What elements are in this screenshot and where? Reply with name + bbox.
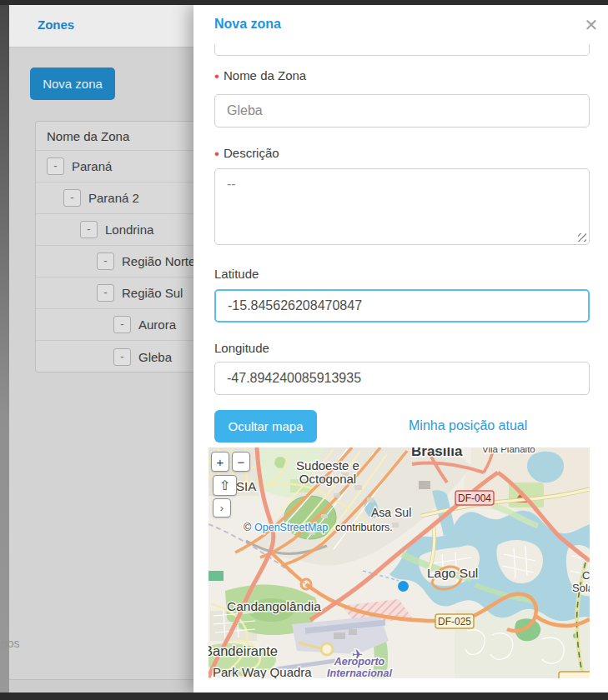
map-attribution: © OpenStreetMap contributors. [244, 522, 393, 533]
openstreetmap-link[interactable]: OpenStreetMap [254, 522, 328, 533]
modal-title: Nova zona [214, 17, 281, 32]
label-park-way: Park Way Quadra [213, 665, 312, 678]
name-field-label: •Nome da Zona [214, 68, 306, 85]
label-sola-fragment: Sola [572, 582, 590, 594]
zone-name: Paraná [72, 159, 112, 173]
zones-header-bar: Zones [9, 5, 193, 48]
zones-table-header: Nome da Zona [36, 122, 193, 151]
page-title: Zones [38, 18, 74, 32]
close-icon[interactable]: ✕ [580, 14, 602, 36]
label-brasilia: Brasília [411, 448, 463, 459]
table-row[interactable]: - Londrina [36, 214, 193, 246]
label-aeroporto-2: Internacional [327, 668, 392, 678]
shield-df025: DF-025 [438, 616, 471, 628]
label-bandeirante: Bandeirante [209, 643, 278, 658]
label-aeroporto-1: Aeroporto [334, 656, 385, 668]
road-shield-partial [559, 672, 590, 678]
collapse-icon[interactable]: - [80, 221, 98, 238]
zone-name: Londrina [105, 222, 153, 237]
zoom-in-button[interactable]: + [211, 452, 229, 472]
required-marker-icon: • [214, 68, 219, 84]
label-cond-fragment: Co [582, 569, 590, 582]
label-candangolandia: Candangolândia [227, 599, 321, 613]
my-position-link[interactable]: Minha posição atual [409, 418, 527, 433]
label-sia: SIA [236, 479, 256, 493]
zone-name: Aurora [138, 318, 176, 332]
table-row[interactable]: - Paraná 2 [36, 182, 193, 214]
shield-df004: DF-004 [458, 492, 491, 504]
zone-name: Região Sul [122, 286, 183, 300]
window-bottom-edge [0, 692, 608, 700]
table-row[interactable]: - Paraná [36, 151, 193, 182]
modal-scroll-area[interactable]: •Nome da Zona •Descrição -- Latitude Lon… [193, 44, 608, 692]
name-input[interactable] [214, 94, 590, 128]
page-footer-bar [9, 679, 193, 692]
zone-name: Gleba [138, 350, 172, 364]
zone-name: Região Norte [122, 254, 193, 268]
map-tiles: DF-004 DF-025 Brasília Vila Planalto Sud… [209, 448, 590, 678]
window-top-edge [0, 0, 608, 5]
zone-name: Paraná 2 [88, 191, 139, 205]
table-row[interactable]: - Aurora [36, 309, 193, 341]
collapse-icon[interactable]: - [97, 284, 114, 302]
table-row[interactable]: - Região Norte [36, 246, 193, 278]
label-lago-sul: Lago Sul [427, 566, 478, 580]
latitude-input[interactable] [214, 289, 590, 322]
clipped-footer-text: nos [1, 637, 20, 650]
collapse-icon[interactable]: - [113, 316, 131, 333]
collapse-icon[interactable]: - [47, 158, 64, 175]
description-textarea[interactable]: -- [214, 168, 590, 245]
latitude-field-label: Latitude [214, 267, 259, 281]
zones-page: Zones Nova zona Nome da Zona - Paraná - … [9, 5, 193, 692]
resize-grip-icon[interactable] [578, 233, 586, 242]
required-marker-icon: • [214, 146, 219, 162]
table-row[interactable]: - Região Sul [36, 278, 193, 309]
collapse-icon[interactable]: - [97, 252, 114, 270]
expand-button[interactable]: › [213, 498, 231, 518]
label-sudoeste-2: Octogonal [299, 472, 356, 486]
clipped-top-input[interactable] [214, 44, 590, 56]
new-zone-button[interactable]: Nova zona [30, 68, 115, 100]
window-left-edge [0, 5, 9, 692]
zoom-out-button[interactable]: − [232, 452, 250, 472]
new-zone-modal: Nova zona ✕ •Nome da Zona •Descrição -- … [193, 5, 608, 692]
collapse-icon[interactable]: - [113, 348, 131, 366]
table-row[interactable]: - Gleba [36, 341, 193, 372]
longitude-field-label: Longitude [214, 341, 269, 355]
longitude-input[interactable] [214, 362, 590, 395]
hide-map-button[interactable]: Ocultar mapa [214, 410, 317, 442]
collapse-icon[interactable]: - [63, 189, 81, 207]
fit-bounds-button[interactable]: ⇧ [213, 475, 237, 496]
zones-table: Nome da Zona - Paraná - Paraná 2 - Londr… [35, 121, 193, 372]
position-marker[interactable] [398, 581, 409, 592]
map-canvas[interactable]: DF-004 DF-025 Brasília Vila Planalto Sud… [209, 448, 590, 678]
description-field-label: •Descrição [214, 146, 279, 162]
label-asa-sul: Asa Sul [371, 506, 411, 519]
label-vila-planalto: Vila Planalto [482, 448, 535, 454]
label-sudoeste-1: Sudoeste e [296, 458, 359, 472]
